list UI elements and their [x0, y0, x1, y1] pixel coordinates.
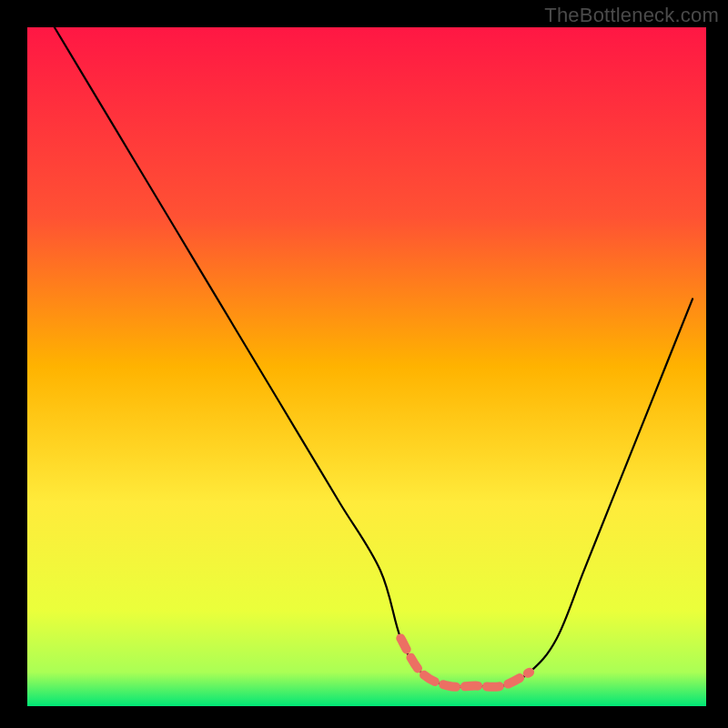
chart-plot-area — [27, 27, 706, 706]
gradient-background — [27, 27, 706, 706]
chart-svg — [27, 27, 706, 706]
watermark-text: TheBottleneck.com — [544, 4, 719, 27]
